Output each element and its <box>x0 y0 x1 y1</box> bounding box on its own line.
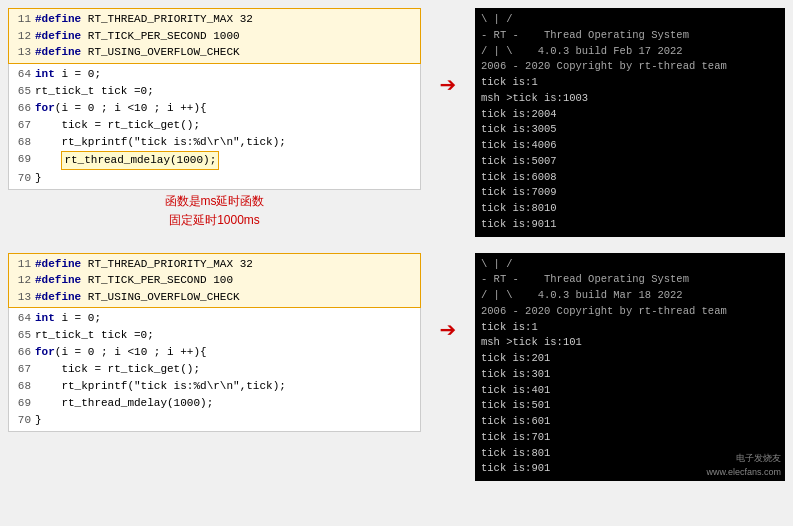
terminal2-logo-4: 2006 - 2020 Copyright by rt-thread team <box>481 304 779 320</box>
terminal2-logo-1: \ | / <box>481 257 779 273</box>
arrow-2: ➔ <box>429 253 467 347</box>
header-line-1-3: 13 #define RT_USING_OVERFLOW_CHECK <box>13 44 416 61</box>
code-line-69: 69 rt_thread_mdelay(1000); <box>13 151 416 170</box>
terminal-line-5: tick is:5007 <box>481 154 779 170</box>
terminal2-line-4: tick is:401 <box>481 383 779 399</box>
code2-line-67: 67 tick = rt_tick_get(); <box>13 361 416 378</box>
terminal-line-8: tick is:8010 <box>481 201 779 217</box>
code-header-2: 11 #define RT_THREAD_PRIORITY_MAX 32 12 … <box>8 253 421 309</box>
right-arrow-icon-2: ➔ <box>440 313 457 347</box>
header-line-2-1: 11 #define RT_THREAD_PRIORITY_MAX 32 <box>13 256 416 273</box>
terminal2-line-5: tick is:501 <box>481 398 779 414</box>
code-body-2: 64 int i = 0; 65 rt_tick_t tick =0; 66 f… <box>8 308 421 432</box>
terminal2-logo-3: / | \ 4.0.3 build Mar 18 2022 <box>481 288 779 304</box>
line-num: 13 <box>13 44 31 61</box>
watermark-line2: www.elecfans.com <box>706 466 781 480</box>
terminal-logo-3: / | \ 4.0.3 build Feb 17 2022 <box>481 44 779 60</box>
main-container: 11 #define RT_THREAD_PRIORITY_MAX 32 12 … <box>0 0 793 526</box>
watermark-line1: 电子发烧友 <box>706 452 781 466</box>
right-arrow-icon: ➔ <box>440 68 457 102</box>
terminal-line-6: tick is:6008 <box>481 170 779 186</box>
code-line-70: 70 } <box>13 170 416 187</box>
annotation-1: 函数是ms延时函数 固定延时1000ms <box>8 192 421 230</box>
terminal-line-2: tick is:2004 <box>481 107 779 123</box>
terminal-logo-4: 2006 - 2020 Copyright by rt-thread team <box>481 59 779 75</box>
code2-line-65: 65 rt_tick_t tick =0; <box>13 327 416 344</box>
terminal2-line-1: tick is:1 <box>481 320 779 336</box>
watermark: 电子发烧友 www.elecfans.com <box>706 452 781 479</box>
divider <box>8 243 785 247</box>
terminal-logo-1: \ | / <box>481 12 779 28</box>
terminal2-line-2: tick is:201 <box>481 351 779 367</box>
terminal2-logo-2: - RT - Thread Operating System <box>481 272 779 288</box>
code-line-68: 68 rt_kprintf("tick is:%d\r\n",tick); <box>13 134 416 151</box>
code-section-2: 11 #define RT_THREAD_PRIORITY_MAX 32 12 … <box>8 253 421 433</box>
terminal2-line-6: tick is:601 <box>481 414 779 430</box>
header-line-1-2: 12 #define RT_TICK_PER_SECOND 1000 <box>13 28 416 45</box>
arrow-1: ➔ <box>429 8 467 102</box>
terminal-line-3: tick is:3005 <box>481 122 779 138</box>
code2-line-69: 69 rt_thread_mdelay(1000); <box>13 395 416 412</box>
annotation-line1: 函数是ms延时函数 <box>8 192 421 211</box>
terminal2-prompt-1: msh >tick is:101 <box>481 335 779 351</box>
code2-line-68: 68 rt_kprintf("tick is:%d\r\n",tick); <box>13 378 416 395</box>
terminal2-line-7: tick is:701 <box>481 430 779 446</box>
header-line-1-1: 11 #define RT_THREAD_PRIORITY_MAX 32 <box>13 11 416 28</box>
header-content-1-2: #define RT_TICK_PER_SECOND 1000 <box>35 28 416 45</box>
terminal-line-1: tick is:1 <box>481 75 779 91</box>
code-body-1: 64 int i = 0; 65 rt_tick_t tick =0; 66 f… <box>8 64 421 190</box>
terminal-line-9: tick is:9011 <box>481 217 779 233</box>
code-line-65: 65 rt_tick_t tick =0; <box>13 83 416 100</box>
terminal-prompt-1: msh >tick is:1003 <box>481 91 779 107</box>
code-header-1: 11 #define RT_THREAD_PRIORITY_MAX 32 12 … <box>8 8 421 64</box>
code-line-64: 64 int i = 0; <box>13 66 416 83</box>
row-1: 11 #define RT_THREAD_PRIORITY_MAX 32 12 … <box>8 8 785 237</box>
header-content-1-3: #define RT_USING_OVERFLOW_CHECK <box>35 44 416 61</box>
annotation-line2: 固定延时1000ms <box>8 211 421 230</box>
header-line-2-2: 12 #define RT_TICK_PER_SECOND 100 <box>13 272 416 289</box>
line-num: 12 <box>13 28 31 45</box>
terminal-line-7: tick is:7009 <box>481 185 779 201</box>
header-line-2-3: 13 #define RT_USING_OVERFLOW_CHECK <box>13 289 416 306</box>
terminal-line-4: tick is:4006 <box>481 138 779 154</box>
code-line-67: 67 tick = rt_tick_get(); <box>13 117 416 134</box>
terminal-2: \ | / - RT - Thread Operating System / |… <box>475 253 785 482</box>
row-2: 11 #define RT_THREAD_PRIORITY_MAX 32 12 … <box>8 253 785 482</box>
terminal-1: \ | / - RT - Thread Operating System / |… <box>475 8 785 237</box>
code-section-1: 11 #define RT_THREAD_PRIORITY_MAX 32 12 … <box>8 8 421 230</box>
terminal2-line-3: tick is:301 <box>481 367 779 383</box>
code-line-66: 66 for(i = 0 ; i <10 ; i ++){ <box>13 100 416 117</box>
code2-line-64: 64 int i = 0; <box>13 310 416 327</box>
code2-line-66: 66 for(i = 0 ; i <10 ; i ++){ <box>13 344 416 361</box>
line-num: 11 <box>13 11 31 28</box>
header-content-1-1: #define RT_THREAD_PRIORITY_MAX 32 <box>35 11 416 28</box>
code2-line-70: 70 } <box>13 412 416 429</box>
terminal-logo-2: - RT - Thread Operating System <box>481 28 779 44</box>
